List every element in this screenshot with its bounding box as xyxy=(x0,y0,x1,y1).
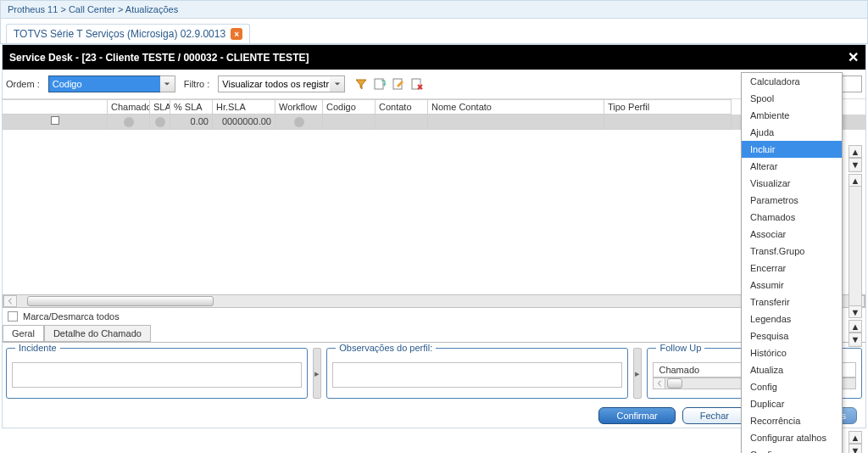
footer-buttons: Confirmar Fechar Ações relacionadas xyxy=(3,404,865,428)
filter-icon[interactable] xyxy=(353,76,369,92)
col-tipoperfil[interactable]: Tipo Perfil xyxy=(604,99,732,115)
side-scroll[interactable]: ▲ ▼ xyxy=(849,320,862,347)
menu-item-config[interactable]: Config xyxy=(742,378,842,395)
tab-detalhe[interactable]: Detalhe do Chamado xyxy=(44,325,151,342)
menu-item-transf-grupo[interactable]: Transf.Grupo xyxy=(742,243,842,260)
menu-item-configurar[interactable]: Configurar xyxy=(742,446,842,453)
edit-filter-icon[interactable] xyxy=(391,76,406,92)
menu-item-parametros[interactable]: Parametros xyxy=(742,192,842,209)
menu-item-visualizar[interactable]: Visualizar xyxy=(742,175,842,192)
scroll-down-icon[interactable]: ▼ xyxy=(849,158,861,170)
tab-title: TOTVS Série T Serviços (Microsiga) 02.9.… xyxy=(14,28,225,40)
grid-header: Chamado SLA % SLA Hr.SLA Workflow Codigo… xyxy=(3,99,865,115)
actions-dropdown[interactable]: CalculadoraSpoolAmbienteAjudaIncluirAlte… xyxy=(741,72,843,453)
close-window-icon[interactable]: ✕ xyxy=(848,49,859,65)
fechar-button[interactable]: Fechar xyxy=(682,407,747,424)
menu-item-duplicar[interactable]: Duplicar xyxy=(742,395,842,412)
menu-item-incluir[interactable]: Incluir xyxy=(742,141,842,158)
menu-item-encerrar[interactable]: Encerrar xyxy=(742,260,842,277)
col-contato[interactable]: Contato xyxy=(376,99,428,115)
side-scroll[interactable]: ▲ ▼ xyxy=(849,431,862,453)
panel-incidente: Incidente xyxy=(6,348,308,399)
ordem-value[interactable] xyxy=(48,76,175,92)
toolbar-icons: + xyxy=(353,76,425,92)
toolbar: Ordem : Filtro : + xyxy=(3,70,865,99)
chevron-down-icon[interactable] xyxy=(160,76,175,92)
col-chamado[interactable]: Chamado xyxy=(108,99,150,115)
tab-geral[interactable]: Geral xyxy=(3,325,44,342)
menu-item-configurar-atalhos[interactable]: Configurar atalhos xyxy=(742,429,842,446)
ordem-select[interactable] xyxy=(48,76,175,92)
menu-item-calculadora[interactable]: Calculadora xyxy=(742,73,842,90)
col-hrsla[interactable]: Hr.SLA xyxy=(213,99,275,115)
observacoes-text[interactable] xyxy=(332,362,622,388)
crumb1[interactable]: Protheus 11 xyxy=(8,4,58,14)
cell-pct-sla: 0.00 xyxy=(170,115,213,130)
close-icon[interactable]: × xyxy=(231,28,242,40)
filtro-value[interactable] xyxy=(218,76,345,92)
side-scroll[interactable]: ▲ ▼ xyxy=(849,174,862,318)
menu-item-associar[interactable]: Associar xyxy=(742,226,842,243)
menu-item-ambiente[interactable]: Ambiente xyxy=(742,107,842,124)
select-all-checkbox[interactable] xyxy=(8,311,18,322)
splitter-icon[interactable]: ▸ xyxy=(313,348,321,399)
scroll-up-icon[interactable]: ▲ xyxy=(849,321,861,333)
menu-item-alterar[interactable]: Alterar xyxy=(742,158,842,175)
menu-item-legendas[interactable]: Legendas xyxy=(742,310,842,327)
remove-filter-icon[interactable] xyxy=(409,76,425,92)
side-scroll[interactable]: ▲ ▼ xyxy=(849,145,862,172)
menu-item-recorr-ncia[interactable]: Recorrência xyxy=(742,412,842,429)
grid-body: 0.00 0000000.00 xyxy=(3,115,865,294)
panel-followup-title: Follow Up xyxy=(656,343,704,353)
col-nome[interactable]: Nome Contato xyxy=(428,99,604,115)
menu-item-pesquisa[interactable]: Pesquisa xyxy=(742,327,842,344)
cell-nome xyxy=(428,115,604,130)
splitter-icon[interactable]: ▸ xyxy=(633,348,642,399)
scroll-down-icon[interactable]: ▼ xyxy=(849,333,861,344)
menu-item-assumir[interactable]: Assumir xyxy=(742,277,842,294)
filtro-select[interactable] xyxy=(218,76,345,92)
menu-item-transferir[interactable]: Transferir xyxy=(742,294,842,310)
scroll-left-icon[interactable] xyxy=(3,295,17,307)
menu-item-ajuda[interactable]: Ajuda xyxy=(742,124,842,141)
scroll-up-icon[interactable]: ▲ xyxy=(849,146,861,158)
grid: Chamado SLA % SLA Hr.SLA Workflow Codigo… xyxy=(3,99,865,308)
tab-bar: TOTVS Série T Serviços (Microsiga) 02.9.… xyxy=(0,19,868,44)
scroll-left-icon[interactable] xyxy=(654,378,665,389)
col-blank[interactable] xyxy=(3,99,108,115)
cell-contato xyxy=(376,115,428,130)
fu-col-chamado[interactable]: Chamado xyxy=(653,362,754,378)
select-all-row: Marca/Desmarca todos xyxy=(3,308,865,325)
add-filter-icon[interactable]: + xyxy=(372,76,387,92)
confirmar-button[interactable]: Confirmar xyxy=(598,407,675,424)
menu-item-spool[interactable]: Spool xyxy=(742,90,842,107)
col-workflow[interactable]: Workflow xyxy=(275,99,323,115)
row-checkbox[interactable] xyxy=(51,116,59,125)
scroll-down-icon[interactable]: ▼ xyxy=(849,305,861,317)
menu-item-chamados[interactable]: Chamados xyxy=(742,209,842,226)
tab-main[interactable]: TOTVS Série T Serviços (Microsiga) 02.9.… xyxy=(6,24,250,43)
incidente-list[interactable] xyxy=(12,362,302,388)
scrollbar-thumb[interactable] xyxy=(667,378,682,389)
col-codigo[interactable]: Codigo xyxy=(323,99,376,115)
scrollbar-thumb[interactable] xyxy=(27,296,214,306)
workflow-status-icon xyxy=(294,117,304,127)
horizontal-scrollbar[interactable] xyxy=(3,294,865,308)
col-sla[interactable]: SLA xyxy=(150,99,170,115)
window-title-bar: Service Desk - [23 - Cliente TESTE / 000… xyxy=(3,45,865,70)
chevron-down-icon[interactable] xyxy=(330,76,345,92)
window-title: Service Desk - [23 - Cliente TESTE / 000… xyxy=(9,52,309,64)
breadcrumb: Protheus 11 > Call Center > Atualizações xyxy=(0,0,868,19)
menu-item-atualiza[interactable]: Atualiza xyxy=(742,361,842,378)
col-pct-sla[interactable]: % SLA xyxy=(170,99,213,115)
subtabs: Geral Detalhe do Chamado xyxy=(3,325,865,342)
scroll-up-icon[interactable]: ▲ xyxy=(849,432,861,444)
menu-item-hist-rico[interactable]: Histórico xyxy=(742,344,842,361)
chamado-status-icon xyxy=(124,117,134,127)
crumb2[interactable]: Call Center xyxy=(69,4,115,14)
table-row[interactable]: 0.00 0000000.00 xyxy=(3,115,865,130)
crumb3[interactable]: Atualizações xyxy=(125,4,178,14)
filtro-label: Filtro : xyxy=(184,79,210,89)
scroll-up-icon[interactable]: ▲ xyxy=(849,175,861,187)
scroll-down-icon[interactable]: ▼ xyxy=(849,444,861,453)
